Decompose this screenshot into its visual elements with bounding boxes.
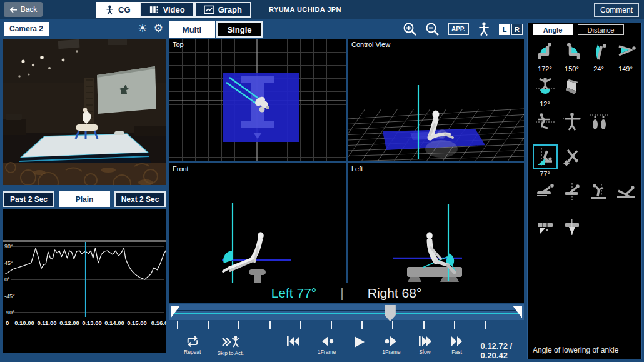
- viewport-control[interactable]: Control View: [348, 39, 524, 161]
- left-side-button[interactable]: L: [499, 24, 510, 35]
- torso-lean-angle-icon[interactable]: [586, 39, 611, 64]
- tab-cg[interactable]: CG: [96, 2, 140, 18]
- viewport-front[interactable]: Front: [169, 163, 346, 283]
- skip-to-start-button[interactable]: [285, 335, 301, 349]
- timeline-thumb[interactable]: [385, 305, 396, 321]
- slow-icon: [417, 335, 433, 348]
- skip-to-action-icon: [221, 335, 241, 349]
- svg-text:0: 0: [6, 319, 9, 326]
- front-view-scene: [169, 163, 346, 283]
- angle-graph-panel[interactable]: 90°45°0°-45°-90°00.10.000.11.000.12.000.…: [3, 209, 166, 353]
- camera-select-button[interactable]: Camera 2: [4, 22, 49, 36]
- twist-angle-item[interactable]: 12°: [531, 74, 558, 109]
- repeat-label: Repeat: [184, 349, 201, 355]
- mat-corner-item[interactable]: [558, 74, 585, 109]
- timeline-tick: [300, 321, 301, 329]
- slow-button[interactable]: Slow: [417, 335, 433, 355]
- viewport-top[interactable]: Top: [169, 39, 346, 161]
- comment-button[interactable]: Comment: [594, 3, 639, 17]
- hip-angle-item[interactable]: 172°: [531, 39, 558, 74]
- fast-button[interactable]: Fast: [450, 335, 465, 355]
- svg-text:45°: 45°: [4, 260, 13, 266]
- floor-support-icon[interactable]: [586, 179, 611, 204]
- past-2sec-button[interactable]: Past 2 Sec: [3, 191, 54, 207]
- tab-multi[interactable]: Multi: [169, 21, 215, 38]
- slow-label: Slow: [419, 349, 430, 355]
- tab-cg-label: CG: [118, 5, 131, 14]
- back-frame-label: 1Frame: [318, 349, 336, 355]
- right-btn-label: R: [515, 26, 520, 33]
- brightness-icon[interactable]: ☀: [138, 21, 148, 36]
- svg-text:-90°: -90°: [4, 309, 15, 316]
- viewport-top-label: Top: [173, 41, 184, 48]
- scissors-gear-item[interactable]: [558, 144, 585, 179]
- tab-video[interactable]: Video: [140, 2, 194, 18]
- viewport-front-label: Front: [173, 165, 189, 173]
- squat-figure-item[interactable]: [531, 109, 558, 144]
- back-arrow-icon: [9, 6, 18, 13]
- feet-position-item[interactable]: [585, 109, 612, 144]
- zoom-in-icon[interactable]: [403, 22, 417, 36]
- lying-figure-2-item[interactable]: [558, 179, 585, 214]
- zoom-out-icon[interactable]: [425, 22, 440, 36]
- torso-lean-angle-item[interactable]: 24°: [585, 39, 612, 74]
- back-one-frame-button[interactable]: 1Frame: [318, 335, 336, 355]
- svg-text:0.15.00: 0.15.00: [127, 319, 147, 326]
- knee-angle-item[interactable]: 150°: [558, 39, 585, 74]
- pike-fold-item[interactable]: [612, 179, 639, 214]
- pike-fold-icon[interactable]: [613, 179, 638, 204]
- back-button[interactable]: Back: [4, 2, 43, 17]
- ankle-lowering-item[interactable]: 77°: [531, 144, 558, 179]
- bar-angle-item[interactable]: [531, 214, 558, 249]
- bar-angle-icon[interactable]: [533, 214, 558, 239]
- arms-out-figure-item[interactable]: [558, 109, 585, 144]
- plain-button[interactable]: Plain: [59, 191, 110, 207]
- multi-label: Multi: [183, 25, 201, 34]
- skip-start-icon: [285, 335, 301, 348]
- next-2sec-button[interactable]: Next 2 Sec: [114, 191, 166, 207]
- timeline-tick: [208, 321, 209, 329]
- bar-angle-2-icon[interactable]: [560, 214, 585, 239]
- repeat-button[interactable]: Repeat: [184, 335, 201, 355]
- twist-angle-value: 12°: [540, 100, 550, 108]
- skeleton-body-icon[interactable]: [477, 22, 491, 36]
- tab-single[interactable]: Single: [216, 21, 263, 38]
- timeline-end-marker[interactable]: [513, 306, 522, 318]
- timeline-progress-line: [171, 313, 522, 314]
- floor-support-item[interactable]: [585, 179, 612, 214]
- forward-one-frame-button[interactable]: 1Frame: [382, 335, 400, 355]
- tab-angle[interactable]: Angle: [533, 24, 573, 35]
- tab-graph[interactable]: Graph: [194, 2, 251, 18]
- twist-angle-icon[interactable]: [533, 74, 558, 99]
- pike-angle-icon[interactable]: [613, 39, 638, 64]
- readout-separator: |: [340, 286, 343, 301]
- camera-settings-gear-icon[interactable]: ⚙: [154, 21, 163, 36]
- viewport-left[interactable]: Left: [348, 163, 524, 283]
- timeline-tick: [423, 321, 425, 329]
- scissors-gear-icon[interactable]: [560, 144, 585, 169]
- tab-distance[interactable]: Distance: [578, 24, 624, 35]
- lying-figure-icon[interactable]: [533, 179, 558, 204]
- timeline-start-marker[interactable]: [171, 306, 180, 318]
- squat-figure-icon[interactable]: [533, 109, 558, 134]
- hip-angle-icon[interactable]: [533, 39, 558, 64]
- app-button[interactable]: APP.: [448, 23, 469, 35]
- skip-to-action-button[interactable]: Skip to Act.: [217, 335, 244, 356]
- arms-out-figure-icon[interactable]: [560, 109, 585, 134]
- graph-icon: [204, 5, 214, 14]
- viewport-control-label: Control View: [351, 41, 390, 48]
- timeline-tick: [361, 321, 363, 329]
- knee-angle-icon[interactable]: [560, 39, 585, 64]
- timeline-scrubber[interactable]: [169, 304, 524, 320]
- right-side-button[interactable]: R: [511, 24, 523, 35]
- lying-figure-item[interactable]: [531, 179, 558, 214]
- mat-corner-icon[interactable]: [560, 74, 585, 99]
- motion-analysis-app: Back CG Video Graph RYUMA UCHIDA JPN Com…: [0, 0, 644, 362]
- play-button[interactable]: [352, 335, 366, 350]
- svg-text:0.11.00: 0.11.00: [37, 319, 56, 326]
- pike-angle-item[interactable]: 149°: [612, 39, 639, 74]
- lying-figure-2-icon[interactable]: [560, 179, 585, 204]
- ankle-lowering-icon[interactable]: [533, 144, 558, 169]
- feet-position-icon[interactable]: [586, 109, 611, 134]
- bar-angle-2-item[interactable]: [558, 214, 585, 249]
